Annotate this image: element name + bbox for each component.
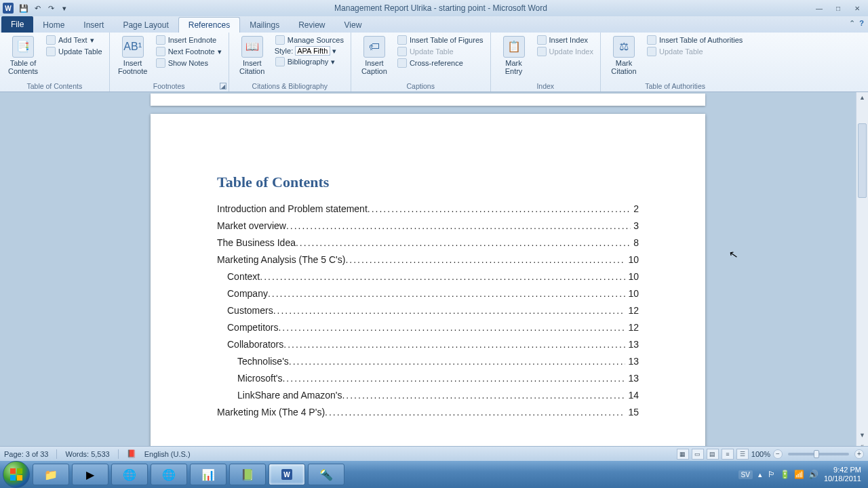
undo-icon[interactable]: ↶ [31, 2, 43, 14]
toc-entry[interactable]: Introduction and Problem statement......… [217, 203, 639, 214]
windows-taskbar: 📁 ▶ 🌐 🌐 📊 📗 W 🔦 SV ▴ 🏳 🔋 📶 🔊 9:42 PM 10/… [0, 461, 868, 488]
tray-show-hidden-icon[interactable]: ▴ [758, 470, 762, 479]
group-table-of-authorities: ⚖ Mark Citation Insert Table of Authorit… [601, 33, 749, 92]
outline-view-icon[interactable]: ≡ [722, 449, 734, 460]
insert-index-button[interactable]: Insert Index [534, 35, 596, 45]
start-button[interactable] [3, 461, 30, 488]
mark-entry-button[interactable]: 📋 Mark Entry [495, 35, 533, 77]
language-indicator[interactable]: English (U.S.) [144, 450, 191, 458]
taskbar-word[interactable]: W [269, 464, 305, 485]
toc-entry[interactable]: Marketing Mix (The 4 P's)...............… [217, 407, 639, 418]
taskbar-app-1[interactable]: 📊 [190, 464, 226, 485]
toc-entry[interactable]: LinkShare and Amazon's..................… [217, 390, 639, 401]
tray-action-center-icon[interactable]: 🏳 [768, 470, 776, 479]
add-text-button[interactable]: Add Text ▾ [43, 35, 105, 45]
scroll-down-icon[interactable]: ▼ [856, 430, 868, 441]
update-toc-button[interactable]: Update Table [43, 46, 105, 57]
close-button[interactable]: ✕ [849, 3, 865, 14]
tab-review[interactable]: Review [289, 18, 334, 33]
taskbar-app-2[interactable]: 📗 [229, 464, 266, 485]
group-label-citations: Citations & Bibliography [233, 81, 347, 92]
status-bar: Page: 3 of 33 Words: 5,533 📕 English (U.… [0, 446, 868, 461]
citation-style-select[interactable] [295, 46, 330, 56]
tab-references[interactable]: References [178, 17, 240, 33]
web-layout-view-icon[interactable]: ▤ [707, 449, 719, 460]
tray-clock[interactable]: 9:42 PM 10/18/2011 [824, 466, 861, 483]
proofing-icon[interactable]: 📕 [127, 449, 136, 458]
page-indicator[interactable]: Page: 3 of 33 [4, 450, 48, 458]
vertical-scrollbar[interactable]: ▲ ▼ « ◉ » [856, 92, 868, 473]
manage-sources-button[interactable]: Manage Sources [273, 35, 347, 45]
tray-power-icon[interactable]: 🔋 [780, 470, 790, 479]
tab-file[interactable]: File [1, 16, 33, 33]
help-icon[interactable]: ? [859, 19, 864, 28]
show-notes-button[interactable]: Show Notes [153, 58, 224, 68]
windows-logo-icon [9, 467, 24, 482]
tab-view[interactable]: View [335, 18, 372, 33]
minimize-button[interactable]: — [811, 3, 827, 14]
scroll-thumb[interactable] [858, 123, 867, 198]
insert-endnote-button[interactable]: Insert Endnote [153, 35, 224, 45]
draft-view-icon[interactable]: ☰ [736, 449, 749, 460]
toc-entry[interactable]: Technolise's............................… [217, 356, 639, 367]
insert-caption-button[interactable]: 🏷 Insert Caption [355, 35, 393, 77]
scroll-track[interactable] [856, 103, 868, 430]
tray-volume-icon[interactable]: 🔊 [808, 470, 818, 479]
scroll-up-icon[interactable]: ▲ [856, 92, 868, 103]
cross-reference-button[interactable]: Cross-reference [395, 58, 486, 68]
tab-home[interactable]: Home [33, 18, 74, 33]
previous-page-sliver [151, 94, 705, 106]
toc-entry[interactable]: Microsoft's.............................… [217, 373, 639, 384]
toc-entry-page: 12 [625, 322, 639, 333]
update-index-button: Update Index [534, 46, 596, 57]
toc-entry[interactable]: Context.................................… [217, 271, 639, 282]
print-layout-view-icon[interactable]: ▦ [677, 449, 689, 460]
bibliography-button[interactable]: Bibliography ▾ [273, 56, 347, 67]
insert-citation-button[interactable]: 📖 Insert Citation [233, 35, 271, 77]
tab-mailings[interactable]: Mailings [240, 18, 289, 33]
document-page[interactable]: Table of Contents Introduction and Probl… [151, 114, 705, 473]
zoom-in-button[interactable]: + [854, 449, 864, 459]
toc-entry[interactable]: The Business Idea.......................… [217, 237, 639, 248]
tab-page-layout[interactable]: Page Layout [113, 18, 178, 33]
add-text-icon [46, 35, 56, 45]
input-language[interactable]: SV [738, 470, 753, 479]
next-footnote-button[interactable]: Next Footnote ▾ [153, 46, 224, 57]
toc-entry[interactable]: Competitors.............................… [217, 322, 639, 333]
taskbar-media-player[interactable]: ▶ [72, 464, 108, 485]
toc-entry[interactable]: Customers...............................… [217, 305, 639, 316]
minimize-ribbon-icon[interactable]: ⌃ [849, 19, 855, 28]
word-count[interactable]: Words: 5,533 [65, 450, 109, 458]
toc-entry[interactable]: Marketing Analysis (The 5 C's)..........… [217, 254, 639, 265]
qat-customize-icon[interactable]: ▾ [58, 2, 71, 14]
footnotes-dialog-launcher[interactable]: ◢ [220, 83, 226, 89]
toc-entry-text: Market overview [217, 220, 286, 231]
taskbar-app-3[interactable]: 🔦 [308, 464, 344, 485]
toc-entry[interactable]: Market overview.........................… [217, 220, 639, 231]
full-screen-view-icon[interactable]: ▭ [692, 449, 704, 460]
insert-toa-button[interactable]: Insert Table of Authorities [644, 35, 745, 45]
save-icon[interactable]: 💾 [18, 2, 30, 14]
title-bar: W 💾 ↶ ↷ ▾ Management Report Ulrika - sta… [0, 0, 868, 16]
toc-entry-page: 13 [625, 356, 639, 367]
zoom-slider[interactable] [788, 453, 849, 455]
toc-entry[interactable]: Collaborators...........................… [217, 339, 639, 350]
zoom-slider-knob[interactable] [814, 450, 819, 458]
taskbar-ie-2[interactable]: 🌐 [151, 464, 187, 485]
mark-citation-button[interactable]: ⚖ Mark Citation [605, 35, 643, 77]
zoom-level[interactable]: 100% [751, 450, 770, 458]
table-of-contents-button[interactable]: 📑 Table of Contents [4, 35, 42, 77]
toc-entry-page: 14 [625, 390, 639, 401]
toc-leader-dots: ........................................… [289, 356, 626, 367]
zoom-out-button[interactable]: − [773, 449, 783, 459]
redo-icon[interactable]: ↷ [45, 2, 57, 14]
taskbar-explorer[interactable]: 📁 [33, 464, 69, 485]
tab-insert[interactable]: Insert [74, 18, 113, 33]
toc-entry[interactable]: Company.................................… [217, 288, 639, 299]
citation-style-row: Style: ▾ [273, 46, 347, 56]
tray-network-icon[interactable]: 📶 [794, 470, 804, 479]
insert-footnote-button[interactable]: AB¹ Insert Footnote [114, 35, 152, 77]
taskbar-ie-1[interactable]: 🌐 [111, 464, 148, 485]
insert-table-of-figures-button[interactable]: Insert Table of Figures [395, 35, 486, 45]
maximize-button[interactable]: □ [830, 3, 846, 14]
